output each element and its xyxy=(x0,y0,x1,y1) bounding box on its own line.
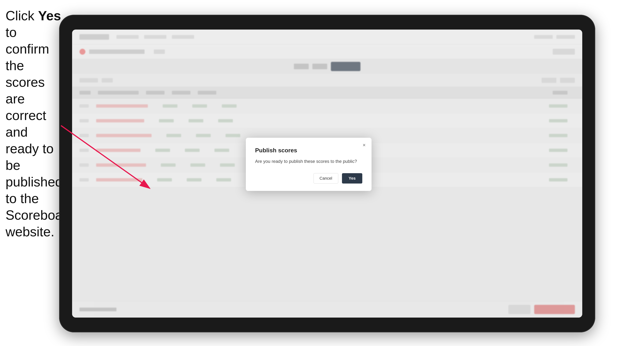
modal-overlay: × Publish scores Are you ready to publis… xyxy=(72,29,582,318)
tablet-screen: × Publish scores Are you ready to publis… xyxy=(72,29,582,318)
modal-close-button[interactable]: × xyxy=(360,142,368,149)
modal-body: Are you ready to publish these scores to… xyxy=(255,158,362,165)
instruction-text: Click Yes to confirm the scores are corr… xyxy=(6,7,63,240)
tablet-device: × Publish scores Are you ready to publis… xyxy=(59,15,595,332)
close-icon: × xyxy=(363,142,366,148)
modal-yes-button[interactable]: Yes xyxy=(342,173,362,183)
modal-footer: Cancel Yes xyxy=(255,173,362,183)
instruction-bold: Yes xyxy=(38,8,61,23)
modal-cancel-button[interactable]: Cancel xyxy=(314,173,338,183)
publish-scores-dialog: × Publish scores Are you ready to publis… xyxy=(246,138,372,191)
modal-title: Publish scores xyxy=(255,147,362,154)
instruction-text-prefix: Click xyxy=(6,8,38,23)
